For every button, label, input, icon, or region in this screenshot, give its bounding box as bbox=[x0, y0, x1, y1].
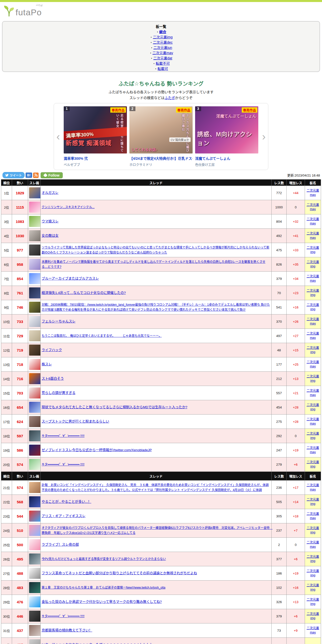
rss-button[interactable] bbox=[33, 173, 39, 178]
board-link[interactable]: 二次元裏img bbox=[305, 432, 320, 440]
thread-link[interactable]: キタ━━━━━━(゜∀゜)━━━━━━ !!!!! bbox=[42, 434, 85, 438]
board-link-8[interactable]: 転載可 bbox=[157, 67, 168, 71]
thread-link[interactable]: ゼノブレイド３スレ今日も公式から一杯情報が//twitter.com/Xenob… bbox=[42, 448, 152, 452]
thread-link[interactable]: 対戦：283596騎戦：78015配信：//www.twitch.tv/gold… bbox=[42, 303, 270, 311]
carousel-item-1[interactable]: 1専売作品走る密室で淫らに堕ちていく彼女達ー満車率300%新感覚 痴漢領域満車率… bbox=[64, 106, 127, 167]
board-link-3[interactable]: 二次元裏dec bbox=[153, 40, 173, 44]
thread-link[interactable]: 訃報 お笑いコンビ「インデペンデンスデイ」 久保田剛史さん 死去 ３６歳 体調不… bbox=[42, 483, 269, 492]
board-cell: 二次元裏img bbox=[305, 300, 321, 314]
thread-link[interactable]: ソウルライクって荒廃した世界設定ばっかよなもっと明るいの出てもいいのにと思ってた… bbox=[42, 246, 269, 254]
replies-cell: 70 bbox=[272, 286, 287, 300]
board-link-1[interactable]: 総合 bbox=[159, 30, 166, 34]
thread-link[interactable]: やることが...やることが多い...！ bbox=[42, 500, 91, 504]
carousel-item-3[interactable]: 3専売作品淫魔てんぷてーしょん誘惑、M向けアクション淫魔てんぷてーしょん色仕掛け… bbox=[195, 106, 258, 167]
board-link-2[interactable]: 二次元裏img bbox=[153, 35, 173, 39]
thread-link[interactable]: スト6面白そう bbox=[42, 377, 64, 380]
board-link[interactable]: 二次元裏img bbox=[305, 403, 320, 412]
site-logo[interactable]: futaPo ふたぽ bbox=[4, 5, 42, 17]
board-link-7[interactable]: 転載不可 bbox=[156, 61, 170, 65]
board-link[interactable]: 二次元裏img bbox=[305, 583, 320, 592]
board-link-6[interactable]: 二次元裏dat bbox=[153, 56, 172, 60]
thread-link[interactable]: ウマ娘スレ bbox=[42, 219, 59, 223]
board-link[interactable]: 二次元裏img bbox=[305, 346, 320, 354]
board-link[interactable]: 二次元裏img bbox=[305, 526, 320, 535]
thread-link[interactable]: いやっほぉぉぉおおおおぉぉぉやったザぇぇぇぇぇぇぇぇぇぇぇ！！！！ bbox=[42, 643, 153, 644]
board-link[interactable]: 二次元裏img bbox=[305, 612, 320, 620]
carousel-item-2[interactable]: 2専売作品チンカス汚ちんぽに媚び媚びご奉仕してくれるお話♪CV 陽向葵ゅか【4/… bbox=[129, 106, 193, 167]
thread-link[interactable]: ブルーアーカイブまたはブルアカスレ bbox=[42, 277, 99, 280]
thread-link[interactable]: 現状でもメタられて大したこと無くなってるしさらに規制入るからMDでは生存ルート入… bbox=[42, 405, 187, 409]
board-link[interactable]: 二次元裏may bbox=[306, 626, 320, 635]
board-link-5[interactable]: 二次元裏may bbox=[152, 51, 173, 55]
thread-link[interactable]: 金払った奴のみしか承認マーク付かないって寧ろマークの有り難み無くしてね? bbox=[42, 600, 162, 604]
thread-link[interactable]: オルガスレ bbox=[42, 191, 58, 195]
thread-link[interactable]: ライフハック bbox=[42, 348, 62, 352]
board-link[interactable]: 二次元裏may bbox=[305, 317, 320, 326]
table-row: 15位703荒らしの頭が悪すぎる557+21二次元裏may bbox=[1, 386, 321, 400]
thread-link[interactable]: 経済損失1.4兆って…なんでコロナ化なのに開催したの? bbox=[42, 291, 126, 295]
board-link[interactable]: 二次元裏img bbox=[305, 289, 320, 297]
column-header-2: 勢い bbox=[12, 472, 28, 480]
board-link[interactable]: 二次元裏may bbox=[306, 512, 320, 520]
thread-link[interactable]: 株スレ bbox=[42, 362, 52, 366]
board-link[interactable]: 二次元裏img bbox=[305, 555, 320, 563]
delta-cell: +18 bbox=[287, 509, 305, 523]
board-link-4[interactable]: 二次元裏jun bbox=[153, 46, 172, 50]
board-link[interactable]: 二次元裏img bbox=[306, 569, 320, 578]
board-link[interactable]: 二次元裏img bbox=[306, 246, 320, 254]
thumbnail-cell bbox=[28, 495, 41, 509]
board-link[interactable]: 二次元裏may bbox=[306, 483, 320, 492]
board-link[interactable]: 二次元裏may bbox=[306, 217, 320, 226]
board-link[interactable]: 二次元裏may bbox=[305, 203, 320, 211]
board-link[interactable]: 二次元裏img bbox=[305, 460, 320, 469]
carousel-next-button[interactable]: › bbox=[261, 131, 267, 142]
thread-link[interactable]: スープストックに男が行くと睨まれるらしい bbox=[42, 420, 109, 423]
board-cell: 二次元裏may bbox=[305, 186, 321, 200]
thread-link[interactable]: フェルシーちゃんスレ bbox=[42, 319, 75, 323]
board-link[interactable]: 二次元裏img bbox=[306, 598, 320, 606]
board-link[interactable]: 二次元裏img bbox=[306, 303, 320, 311]
board-link[interactable]: 二次元裏may bbox=[306, 274, 320, 283]
thread-link[interactable]: オクタヴィアが彼女のパワプロくんがプロ入りを目指して頑張る現在のパラメーター練習… bbox=[42, 526, 273, 535]
futapo-link[interactable]: ふたポ bbox=[165, 96, 175, 100]
board-link[interactable]: 二次元裏may bbox=[306, 540, 320, 549]
thread-link[interactable]: アリス・ギア・アイギススレ bbox=[42, 514, 86, 518]
thread-link[interactable]: 京都競馬場の傾向教えて下さい！ bbox=[42, 628, 92, 632]
thread-thumbnail bbox=[29, 302, 41, 313]
share-buttons: ツイート B! Follow bbox=[3, 172, 63, 178]
board-link[interactable]: 二次元裏may bbox=[306, 360, 320, 369]
thread-link[interactable]: キタ━━━━━━(゜∀゜)━━━━━━ !!!!! bbox=[42, 463, 85, 466]
board-link[interactable]: 二次元裏may bbox=[306, 417, 320, 426]
cover-main-text: 誘惑、M向けアクション bbox=[197, 129, 258, 147]
board-link[interactable]: 二次元裏may bbox=[305, 231, 320, 240]
thread-link[interactable]: 今PV見たんだけどちょっと最高すぎる隊長が変身するリアル調ウルトラマンとかたまら… bbox=[42, 557, 166, 561]
product-author: ホロクサミドリ bbox=[129, 162, 193, 167]
hatena-bookmark-button[interactable]: B! bbox=[26, 173, 32, 178]
rank-cell: 22位 bbox=[1, 495, 12, 509]
thread-link[interactable]: フランス革命ってネットだと血腥い部分ばかり取り上げられててその前の議論とか無視さ… bbox=[42, 571, 197, 575]
thread-link[interactable]: 第１章 王宮のけもちゃんたち第２章 おてんば弟子の冒険ーNew!//www.tw… bbox=[42, 586, 165, 589]
thread-link[interactable]: 未勝利バを集めてノーパンで勝負服を着せてから奥までずっぷしディルドを差し込んでゲ… bbox=[42, 260, 265, 269]
board-link[interactable]: 二次元裏may bbox=[306, 389, 320, 397]
thread-link[interactable]: 荒らしの頭が悪すぎる bbox=[42, 391, 75, 395]
board-link[interactable]: 二次元裏may bbox=[306, 446, 320, 454]
board-link[interactable]: 二次元裏may bbox=[306, 189, 320, 197]
carousel-prev-button[interactable]: ‹ bbox=[55, 131, 61, 142]
board-cell: 二次元裏img bbox=[305, 257, 321, 272]
board-link[interactable]: 二次元裏img bbox=[305, 498, 320, 506]
tweet-label: ツイート bbox=[10, 173, 22, 177]
thread-link[interactable]: キタ━━━━━━(゜∀゜)━━━━━━ !!!!! bbox=[42, 614, 85, 618]
board-cell: 二次元裏may bbox=[305, 314, 321, 329]
thread-link[interactable]: 女の敵は女 bbox=[42, 234, 59, 237]
board-link[interactable]: 二次元裏img bbox=[305, 374, 320, 383]
board-link[interactable]: 二次元裏may bbox=[306, 332, 320, 340]
thread-link[interactable]: ラブライブ！スレ夜の部 bbox=[42, 543, 79, 546]
delta-cell: +21 bbox=[287, 386, 305, 400]
thumbnail-cell bbox=[28, 243, 41, 257]
product-cover-image: 2専売作品チンカス汚ちんぽに媚び媚びご奉仕してくれるお話♪CV 陽向葵ゅか bbox=[129, 106, 193, 153]
thread-link[interactable]: クンニリンサン...スキスキアイシテル... bbox=[42, 205, 95, 209]
feedly-follow-button[interactable]: Follow bbox=[41, 172, 63, 178]
thread-link[interactable]: もうここは駄目だ。 俺はひと足早くおいとまするぜ。 じゃあ皆も元気でなーーー。 bbox=[42, 334, 162, 338]
tweet-button[interactable]: ツイート bbox=[3, 172, 25, 178]
board-link[interactable]: 二次元裏img bbox=[305, 260, 320, 269]
